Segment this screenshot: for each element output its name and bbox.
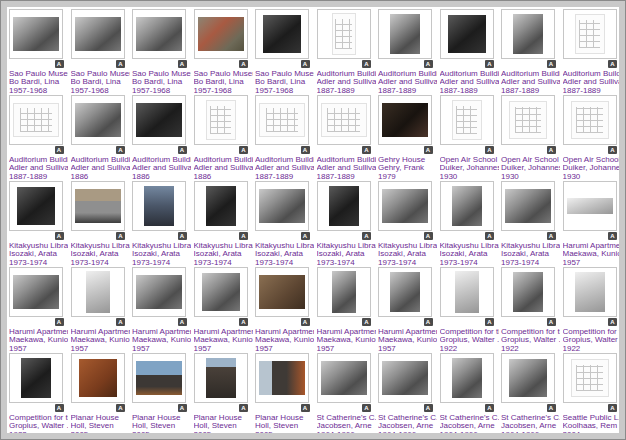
- thumbnail-card[interactable]: [71, 9, 125, 59]
- thumbnail-card[interactable]: [194, 353, 248, 403]
- availability-badge-icon[interactable]: A: [178, 318, 187, 326]
- availability-badge-icon[interactable]: A: [301, 146, 310, 154]
- thumbnail-card[interactable]: [9, 181, 63, 231]
- grid-item[interactable]: A Auditorium Building Adler and Sullivan…: [255, 95, 317, 181]
- grid-item[interactable]: A St Catherine's C... Jacobsen, Arne 196…: [378, 353, 440, 433]
- item-title[interactable]: Auditorium Building: [9, 156, 68, 164]
- bw-photo-vault-dark[interactable]: [206, 186, 236, 226]
- grid-item[interactable]: A Harumi Apartments Maekawa, Kunio 1957: [194, 267, 256, 353]
- availability-badge-icon[interactable]: A: [485, 146, 494, 154]
- thumbnail-card[interactable]: [132, 95, 186, 145]
- thumbnail-card[interactable]: [317, 181, 371, 231]
- item-title[interactable]: Harumi Apartments: [9, 328, 68, 336]
- bw-photo-interior-arches[interactable]: [448, 15, 486, 53]
- availability-badge-icon[interactable]: A: [301, 60, 310, 68]
- grid-item[interactable]: A Planar House Holl, Steven 2005: [194, 353, 256, 433]
- availability-badge-icon[interactable]: A: [55, 318, 64, 326]
- availability-badge-icon[interactable]: A: [116, 232, 125, 240]
- availability-badge-icon[interactable]: A: [424, 146, 433, 154]
- availability-badge-icon[interactable]: A: [485, 404, 494, 412]
- availability-badge-icon[interactable]: A: [608, 318, 617, 326]
- bw-photo-facade[interactable]: [136, 17, 182, 51]
- availability-badge-icon[interactable]: A: [116, 146, 125, 154]
- availability-badge-icon[interactable]: A: [485, 232, 494, 240]
- floor-plan-drawing[interactable]: [571, 359, 609, 397]
- item-title[interactable]: Auditorium Building: [563, 70, 620, 78]
- thumbnail-card[interactable]: [501, 267, 555, 317]
- item-title[interactable]: Kitakyushu Library: [71, 242, 130, 250]
- availability-badge-icon[interactable]: A: [424, 60, 433, 68]
- grid-item[interactable]: A St Catherine's C... Jacobsen, Arne 196…: [317, 353, 379, 433]
- grid-item[interactable]: A Kitakyushu Library Isozaki, Arata 1973…: [440, 181, 502, 267]
- availability-badge-icon[interactable]: A: [301, 232, 310, 240]
- thumbnail-card[interactable]: [378, 181, 432, 231]
- thumbnail-card[interactable]: [501, 9, 555, 59]
- availability-badge-icon[interactable]: A: [547, 232, 556, 240]
- item-title[interactable]: Kitakyushu Library: [378, 242, 437, 250]
- grid-item[interactable]: A Open Air School Duiker, Johannes 1930: [440, 95, 502, 181]
- item-title[interactable]: Competition for the ...: [9, 414, 68, 422]
- item-title[interactable]: Competition for the ...: [563, 328, 620, 336]
- thumbnail-card[interactable]: [255, 95, 309, 145]
- bw-aerial-model-photo[interactable]: [509, 359, 547, 397]
- availability-badge-icon[interactable]: A: [608, 60, 617, 68]
- thumbnail-card[interactable]: [317, 9, 371, 59]
- item-title[interactable]: Competition for the ...: [501, 328, 560, 336]
- grid-item[interactable]: A Auditorium Building Adler and Sullivan…: [378, 9, 440, 95]
- item-title[interactable]: Sao Paulo Museum ...: [194, 70, 253, 78]
- color-photo-walkway[interactable]: [259, 361, 305, 395]
- color-photo-tower[interactable]: [144, 186, 174, 226]
- item-title[interactable]: Harumi Apartments: [194, 328, 253, 336]
- grid-item[interactable]: A Sao Paulo Museum ... Bo Bardi, Lina 19…: [9, 9, 71, 95]
- item-title[interactable]: Open Air School: [501, 156, 560, 164]
- site-plan-drawing[interactable]: [452, 100, 482, 140]
- bw-drawing-tower[interactable]: [455, 271, 479, 313]
- elevation-drawing-tower[interactable]: [332, 13, 356, 55]
- bw-photo-facade-detail[interactable]: [136, 275, 182, 309]
- availability-badge-icon[interactable]: A: [239, 146, 248, 154]
- item-title[interactable]: Sao Paulo Museum ...: [132, 70, 191, 78]
- thumbnail-card[interactable]: [317, 95, 371, 145]
- availability-badge-icon[interactable]: A: [362, 404, 371, 412]
- availability-badge-icon[interactable]: A: [362, 232, 371, 240]
- item-title[interactable]: St Catherine's C...: [378, 414, 437, 422]
- bw-photo-balconies[interactable]: [202, 273, 240, 311]
- grid-item[interactable]: A Harumi Apartments Maekawa, Kunio 1957: [255, 267, 317, 353]
- grid-item[interactable]: A Auditorium Building Adler and Sullivan…: [71, 95, 133, 181]
- thumbnail-card[interactable]: [9, 267, 63, 317]
- color-aerial-photo[interactable]: [198, 17, 244, 51]
- availability-badge-icon[interactable]: A: [547, 146, 556, 154]
- availability-badge-icon[interactable]: A: [608, 404, 617, 412]
- grid-item[interactable]: A Harumi Apartments Maekawa, Kunio 1957: [71, 267, 133, 353]
- thumbnail-card[interactable]: [317, 353, 371, 403]
- item-title[interactable]: Auditorium Building: [255, 156, 314, 164]
- grid-item[interactable]: A Auditorium Building Adler and Sullivan…: [9, 95, 71, 181]
- grid-item[interactable]: A Seattle Public L... Koolhaas, Rem &...…: [563, 353, 620, 433]
- thumbnail-card[interactable]: [563, 353, 617, 403]
- item-title[interactable]: St Catherine's C...: [317, 414, 376, 422]
- thumbnail-card[interactable]: [563, 9, 617, 59]
- thumbnail-card[interactable]: [71, 267, 125, 317]
- grid-item[interactable]: A Auditorium Building Adler and Sullivan…: [501, 9, 563, 95]
- bw-panorama-landscape[interactable]: [382, 189, 428, 223]
- bw-photo-tower-model-dark[interactable]: [21, 358, 51, 398]
- bw-photo-man-with-model[interactable]: [513, 272, 543, 312]
- bw-photo-tower-model[interactable]: [575, 272, 605, 312]
- ornament-detail-drawing[interactable]: [575, 14, 605, 54]
- color-photo-courtyard[interactable]: [206, 358, 236, 398]
- grid-item[interactable]: A Kitakyushu Library Isozaki, Arata 1973…: [317, 181, 379, 267]
- item-title[interactable]: Auditorium Building: [317, 70, 376, 78]
- thumbnail-card[interactable]: [378, 353, 432, 403]
- bw-photo-chimney-building[interactable]: [321, 361, 367, 395]
- grid-item[interactable]: A Gehry House Gehry, Frank 1979: [378, 95, 440, 181]
- item-title[interactable]: Auditorium Building: [317, 156, 376, 164]
- thumbnail-card[interactable]: [132, 267, 186, 317]
- item-title[interactable]: Kitakyushu Library: [132, 242, 191, 250]
- item-title[interactable]: Competition for the ...: [440, 328, 499, 336]
- grid-item[interactable]: A St Catherine's C... Jacobsen, Arne 196…: [440, 353, 502, 433]
- grid-item[interactable]: A Sao Paulo Museum ... Bo Bardi, Lina 19…: [194, 9, 256, 95]
- thumbnail-card[interactable]: [501, 181, 555, 231]
- thumbnail-card[interactable]: [255, 267, 309, 317]
- bw-photo-interior-crowd[interactable]: [332, 271, 356, 313]
- item-title[interactable]: Kitakyushu Library: [194, 242, 253, 250]
